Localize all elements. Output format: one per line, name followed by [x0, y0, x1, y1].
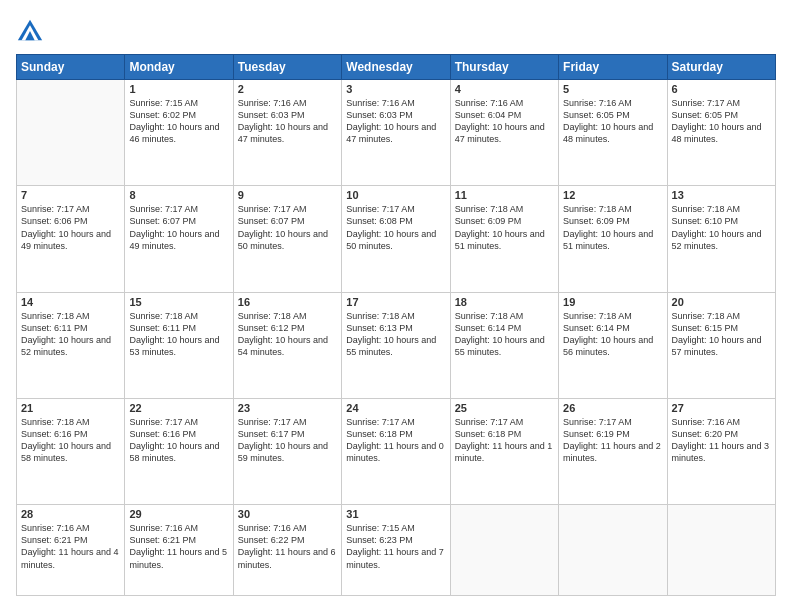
day-header-monday: Monday	[125, 55, 233, 80]
calendar-week-2: 7Sunrise: 7:17 AM Sunset: 6:06 PM Daylig…	[17, 186, 776, 292]
calendar-cell: 25Sunrise: 7:17 AM Sunset: 6:18 PM Dayli…	[450, 398, 558, 504]
day-number: 29	[129, 508, 228, 520]
day-number: 4	[455, 83, 554, 95]
calendar-cell	[17, 80, 125, 186]
day-info: Sunrise: 7:18 AM Sunset: 6:13 PM Dayligh…	[346, 310, 445, 359]
calendar-cell: 3Sunrise: 7:16 AM Sunset: 6:03 PM Daylig…	[342, 80, 450, 186]
calendar-cell: 21Sunrise: 7:18 AM Sunset: 6:16 PM Dayli…	[17, 398, 125, 504]
day-number: 10	[346, 189, 445, 201]
day-info: Sunrise: 7:16 AM Sunset: 6:05 PM Dayligh…	[563, 97, 662, 146]
day-info: Sunrise: 7:18 AM Sunset: 6:10 PM Dayligh…	[672, 203, 771, 252]
calendar-cell: 29Sunrise: 7:16 AM Sunset: 6:21 PM Dayli…	[125, 505, 233, 596]
day-number: 11	[455, 189, 554, 201]
calendar-cell: 27Sunrise: 7:16 AM Sunset: 6:20 PM Dayli…	[667, 398, 775, 504]
day-number: 30	[238, 508, 337, 520]
calendar-cell: 30Sunrise: 7:16 AM Sunset: 6:22 PM Dayli…	[233, 505, 341, 596]
day-number: 21	[21, 402, 120, 414]
day-info: Sunrise: 7:18 AM Sunset: 6:09 PM Dayligh…	[455, 203, 554, 252]
page: SundayMondayTuesdayWednesdayThursdayFrid…	[0, 0, 792, 612]
day-number: 15	[129, 296, 228, 308]
day-info: Sunrise: 7:17 AM Sunset: 6:06 PM Dayligh…	[21, 203, 120, 252]
day-number: 3	[346, 83, 445, 95]
day-info: Sunrise: 7:17 AM Sunset: 6:07 PM Dayligh…	[129, 203, 228, 252]
day-header-friday: Friday	[559, 55, 667, 80]
day-info: Sunrise: 7:17 AM Sunset: 6:16 PM Dayligh…	[129, 416, 228, 465]
day-number: 28	[21, 508, 120, 520]
calendar-cell: 23Sunrise: 7:17 AM Sunset: 6:17 PM Dayli…	[233, 398, 341, 504]
logo	[16, 16, 46, 44]
day-number: 31	[346, 508, 445, 520]
day-number: 2	[238, 83, 337, 95]
calendar-cell: 31Sunrise: 7:15 AM Sunset: 6:23 PM Dayli…	[342, 505, 450, 596]
day-number: 16	[238, 296, 337, 308]
day-info: Sunrise: 7:18 AM Sunset: 6:14 PM Dayligh…	[455, 310, 554, 359]
day-info: Sunrise: 7:16 AM Sunset: 6:03 PM Dayligh…	[238, 97, 337, 146]
calendar-cell: 15Sunrise: 7:18 AM Sunset: 6:11 PM Dayli…	[125, 292, 233, 398]
calendar-cell: 22Sunrise: 7:17 AM Sunset: 6:16 PM Dayli…	[125, 398, 233, 504]
calendar-cell: 10Sunrise: 7:17 AM Sunset: 6:08 PM Dayli…	[342, 186, 450, 292]
calendar-cell: 1Sunrise: 7:15 AM Sunset: 6:02 PM Daylig…	[125, 80, 233, 186]
calendar-table: SundayMondayTuesdayWednesdayThursdayFrid…	[16, 54, 776, 596]
day-info: Sunrise: 7:18 AM Sunset: 6:11 PM Dayligh…	[129, 310, 228, 359]
day-number: 24	[346, 402, 445, 414]
day-info: Sunrise: 7:17 AM Sunset: 6:05 PM Dayligh…	[672, 97, 771, 146]
day-info: Sunrise: 7:16 AM Sunset: 6:21 PM Dayligh…	[129, 522, 228, 571]
calendar-cell: 18Sunrise: 7:18 AM Sunset: 6:14 PM Dayli…	[450, 292, 558, 398]
calendar-cell: 11Sunrise: 7:18 AM Sunset: 6:09 PM Dayli…	[450, 186, 558, 292]
day-number: 12	[563, 189, 662, 201]
day-info: Sunrise: 7:18 AM Sunset: 6:16 PM Dayligh…	[21, 416, 120, 465]
calendar-cell: 7Sunrise: 7:17 AM Sunset: 6:06 PM Daylig…	[17, 186, 125, 292]
calendar-cell: 17Sunrise: 7:18 AM Sunset: 6:13 PM Dayli…	[342, 292, 450, 398]
day-info: Sunrise: 7:16 AM Sunset: 6:04 PM Dayligh…	[455, 97, 554, 146]
day-number: 7	[21, 189, 120, 201]
day-info: Sunrise: 7:15 AM Sunset: 6:23 PM Dayligh…	[346, 522, 445, 571]
day-number: 9	[238, 189, 337, 201]
day-info: Sunrise: 7:16 AM Sunset: 6:22 PM Dayligh…	[238, 522, 337, 571]
day-number: 13	[672, 189, 771, 201]
header	[16, 16, 776, 44]
day-header-wednesday: Wednesday	[342, 55, 450, 80]
day-info: Sunrise: 7:16 AM Sunset: 6:20 PM Dayligh…	[672, 416, 771, 465]
calendar-cell: 16Sunrise: 7:18 AM Sunset: 6:12 PM Dayli…	[233, 292, 341, 398]
calendar-cell: 8Sunrise: 7:17 AM Sunset: 6:07 PM Daylig…	[125, 186, 233, 292]
day-info: Sunrise: 7:17 AM Sunset: 6:18 PM Dayligh…	[346, 416, 445, 465]
day-number: 5	[563, 83, 662, 95]
day-number: 14	[21, 296, 120, 308]
day-header-tuesday: Tuesday	[233, 55, 341, 80]
calendar-cell: 26Sunrise: 7:17 AM Sunset: 6:19 PM Dayli…	[559, 398, 667, 504]
day-number: 23	[238, 402, 337, 414]
calendar-cell	[559, 505, 667, 596]
day-info: Sunrise: 7:18 AM Sunset: 6:09 PM Dayligh…	[563, 203, 662, 252]
calendar-cell	[667, 505, 775, 596]
calendar-cell: 5Sunrise: 7:16 AM Sunset: 6:05 PM Daylig…	[559, 80, 667, 186]
day-number: 8	[129, 189, 228, 201]
day-info: Sunrise: 7:18 AM Sunset: 6:12 PM Dayligh…	[238, 310, 337, 359]
day-number: 1	[129, 83, 228, 95]
day-number: 27	[672, 402, 771, 414]
day-info: Sunrise: 7:15 AM Sunset: 6:02 PM Dayligh…	[129, 97, 228, 146]
day-info: Sunrise: 7:16 AM Sunset: 6:03 PM Dayligh…	[346, 97, 445, 146]
day-info: Sunrise: 7:18 AM Sunset: 6:14 PM Dayligh…	[563, 310, 662, 359]
day-info: Sunrise: 7:17 AM Sunset: 6:19 PM Dayligh…	[563, 416, 662, 465]
calendar-week-3: 14Sunrise: 7:18 AM Sunset: 6:11 PM Dayli…	[17, 292, 776, 398]
calendar-cell: 20Sunrise: 7:18 AM Sunset: 6:15 PM Dayli…	[667, 292, 775, 398]
day-number: 18	[455, 296, 554, 308]
day-header-sunday: Sunday	[17, 55, 125, 80]
calendar-cell: 28Sunrise: 7:16 AM Sunset: 6:21 PM Dayli…	[17, 505, 125, 596]
calendar-cell: 12Sunrise: 7:18 AM Sunset: 6:09 PM Dayli…	[559, 186, 667, 292]
day-header-thursday: Thursday	[450, 55, 558, 80]
day-number: 6	[672, 83, 771, 95]
day-info: Sunrise: 7:17 AM Sunset: 6:08 PM Dayligh…	[346, 203, 445, 252]
calendar-cell: 14Sunrise: 7:18 AM Sunset: 6:11 PM Dayli…	[17, 292, 125, 398]
day-number: 25	[455, 402, 554, 414]
day-info: Sunrise: 7:17 AM Sunset: 6:17 PM Dayligh…	[238, 416, 337, 465]
day-number: 26	[563, 402, 662, 414]
day-info: Sunrise: 7:16 AM Sunset: 6:21 PM Dayligh…	[21, 522, 120, 571]
day-info: Sunrise: 7:17 AM Sunset: 6:07 PM Dayligh…	[238, 203, 337, 252]
day-info: Sunrise: 7:17 AM Sunset: 6:18 PM Dayligh…	[455, 416, 554, 465]
calendar-cell: 4Sunrise: 7:16 AM Sunset: 6:04 PM Daylig…	[450, 80, 558, 186]
logo-icon	[16, 16, 44, 44]
day-info: Sunrise: 7:18 AM Sunset: 6:15 PM Dayligh…	[672, 310, 771, 359]
calendar-cell	[450, 505, 558, 596]
day-info: Sunrise: 7:18 AM Sunset: 6:11 PM Dayligh…	[21, 310, 120, 359]
